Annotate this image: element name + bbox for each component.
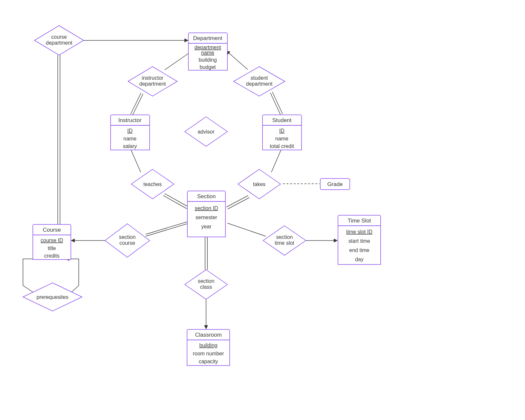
entity-title: Time Slot <box>347 218 371 224</box>
rel-text: instructor <box>142 75 163 81</box>
edge-instr-dept-to-instructor <box>131 93 143 115</box>
entity-instructor: Instructor ID name salary <box>111 115 150 150</box>
entity-section: Section section ID semester year <box>187 191 225 237</box>
edge-teaches-to-section <box>163 194 188 209</box>
entity-attr: credits <box>44 253 59 259</box>
edge-prereq-right <box>66 259 79 293</box>
entity-attr: year <box>201 224 212 229</box>
entity-attr: title <box>48 245 56 251</box>
edge-stud-dept-to-student <box>270 92 283 115</box>
entity-attr: day <box>355 257 364 262</box>
entity-title: Department <box>193 35 222 41</box>
rel-text: advisor <box>198 129 215 135</box>
rel-section-course: section course <box>105 224 150 257</box>
rel-section-class: section class <box>185 270 227 299</box>
rel-course-department: course department <box>34 26 84 55</box>
edge-sec-class-to-section <box>205 237 207 270</box>
edge-teaches-to-instructor <box>131 149 141 172</box>
entity-attr: total credit <box>270 143 294 149</box>
entity-attr-cont: name <box>201 50 214 55</box>
entity-department: Department department name building budg… <box>188 33 227 70</box>
rel-takes: takes <box>238 169 281 199</box>
entity-attr: start time <box>348 238 370 244</box>
entity-attr: budget <box>200 64 216 70</box>
entity-attr: room number <box>193 351 224 356</box>
entity-course: Course course ID title credits <box>33 224 71 260</box>
edge-course-dept-to-course <box>58 55 60 224</box>
entity-title: Student <box>272 117 292 123</box>
edge-takes-to-section <box>226 196 249 209</box>
entity-classroom: Classroom building room number capacity <box>187 329 230 366</box>
entity-title: Course <box>43 227 61 233</box>
edge-stud-dept-to-department <box>226 51 248 70</box>
rel-text: course <box>119 240 135 246</box>
entity-student: Student ID name total credit <box>262 115 302 150</box>
rel-text: student <box>251 75 268 81</box>
entity-title: Section <box>197 193 216 200</box>
entity-title: Instructor <box>118 117 142 123</box>
rel-text: section <box>276 234 293 240</box>
entity-attr: time slot ID <box>346 229 372 235</box>
entity-grade: Grade <box>320 178 350 190</box>
rel-text: course <box>51 34 67 40</box>
rel-text: teaches <box>143 181 162 187</box>
entity-attr: end time <box>349 247 369 253</box>
entity-attr: salary <box>123 143 137 149</box>
rel-section-time-slot: section time slot <box>263 226 306 255</box>
entity-attr: ID <box>279 128 284 134</box>
entity-attr: department <box>195 45 221 50</box>
rel-text: prerequesites <box>37 294 69 300</box>
entity-attr: capacity <box>199 359 218 364</box>
entity-attr: name <box>123 136 136 141</box>
entity-attr: name <box>275 136 288 141</box>
edge-sec-course-to-section <box>146 222 187 236</box>
rel-text: time slot <box>275 240 294 246</box>
entity-title: Classroom <box>195 332 221 338</box>
rel-student-department: student department <box>234 67 285 96</box>
rel-text: takes <box>253 181 265 187</box>
rel-text: department <box>246 81 273 87</box>
entity-attr: building <box>199 343 217 348</box>
rel-text: class <box>200 284 212 290</box>
entity-title: Grade <box>327 181 343 187</box>
rel-text: department <box>46 40 73 46</box>
entity-attr: semester <box>196 215 217 220</box>
edge-prereq-left <box>23 259 35 293</box>
rel-teaches: teaches <box>131 169 174 199</box>
rel-instructor-department: instructor department <box>128 67 177 96</box>
rel-text: section <box>119 234 136 240</box>
edge-sec-ts-to-section <box>227 223 266 236</box>
rel-text: section <box>198 278 215 284</box>
entity-attr: course ID <box>41 238 63 243</box>
entity-timeslot: Time Slot time slot ID start time end ti… <box>338 215 381 264</box>
rel-prerequisites: prerequesites <box>23 283 82 311</box>
entity-attr: section ID <box>195 205 218 211</box>
rel-advisor: advisor <box>185 117 227 146</box>
rel-text: department <box>139 81 166 87</box>
entity-attr: ID <box>127 128 133 134</box>
entity-attr: building <box>199 57 217 63</box>
edge-takes-to-student <box>271 150 281 172</box>
